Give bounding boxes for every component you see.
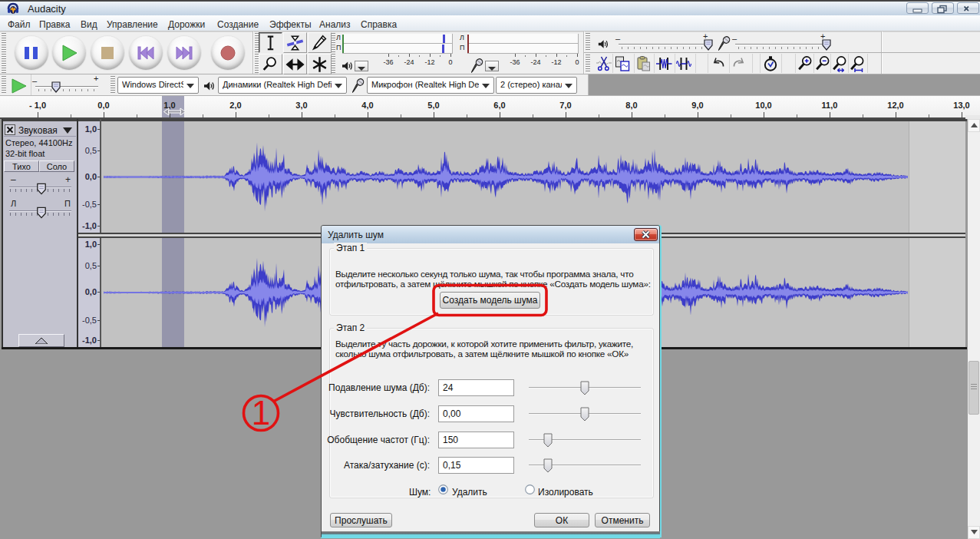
svg-text:1: 1 — [252, 394, 270, 432]
